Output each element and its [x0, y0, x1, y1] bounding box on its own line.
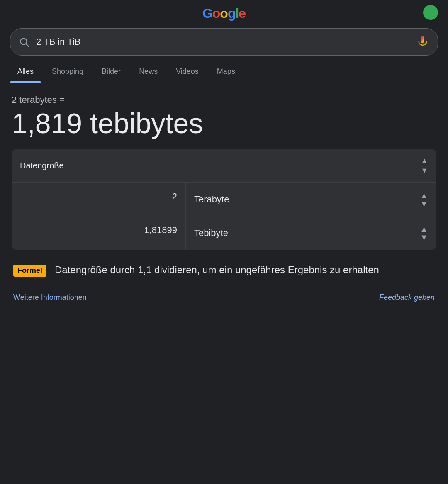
tab-videos[interactable]: Videos [168, 61, 206, 83]
tabs-row: Alles Shopping Bilder News Videos Maps [0, 61, 448, 83]
formula-badge: Formel [13, 265, 46, 277]
conversion-result-value: 1,819 tebibytes [12, 108, 436, 139]
search-icon [19, 36, 29, 47]
result-area: 2 terabytes = 1,819 tebibytes Datengröße… [0, 83, 448, 302]
from-unit-select[interactable]: Terabyte ▲ ▼ [186, 183, 436, 216]
feedback-link[interactable]: Feedback geben [379, 293, 435, 302]
more-info-link[interactable]: Weitere Informationen [13, 293, 87, 302]
tab-shopping[interactable]: Shopping [44, 61, 91, 83]
svg-line-1 [26, 44, 29, 46]
to-unit-label: Tebibyte [194, 228, 420, 238]
footer-links: Weitere Informationen Feedback geben [12, 293, 436, 302]
logo-g: G [202, 6, 212, 21]
to-row: 1,81899 Tebibyte ▲ ▼ [12, 216, 436, 250]
top-bar: Google [0, 0, 448, 25]
tab-bilder[interactable]: Bilder [94, 61, 128, 83]
formula-section: Formel Datengröße durch 1,1 dividieren, … [12, 263, 436, 277]
microphone-icon[interactable] [416, 35, 429, 49]
category-spinner-icon[interactable]: ▲ ▼ [421, 156, 428, 175]
to-value[interactable]: 1,81899 [12, 216, 186, 250]
from-unit-label: Terabyte [194, 194, 420, 205]
search-input[interactable]: 2 TB in TiB [36, 36, 409, 47]
from-value[interactable]: 2 [12, 183, 186, 216]
conversion-input-label: 2 terabytes = [12, 95, 436, 105]
tab-alles[interactable]: Alles [10, 61, 41, 83]
category-label: Datengröße [20, 161, 421, 170]
to-unit-select[interactable]: Tebibyte ▲ ▼ [186, 216, 436, 250]
svg-rect-2 [421, 36, 424, 43]
category-row[interactable]: Datengröße ▲ ▼ [12, 149, 436, 183]
tab-maps[interactable]: Maps [209, 61, 243, 83]
to-unit-spinner-icon[interactable]: ▲ ▼ [420, 225, 428, 241]
from-unit-spinner-icon[interactable]: ▲ ▼ [420, 191, 428, 208]
search-bar[interactable]: 2 TB in TiB [10, 28, 438, 56]
tab-news[interactable]: News [131, 61, 165, 83]
google-logo: Google [207, 5, 241, 22]
converter-widget: Datengröße ▲ ▼ 2 Terabyte ▲ ▼ 1,81899 Te… [12, 149, 436, 250]
account-avatar[interactable] [423, 5, 438, 20]
formula-text: Datengröße durch 1,1 dividieren, um ein … [55, 263, 379, 277]
search-bar-container: 2 TB in TiB [0, 25, 448, 56]
from-row: 2 Terabyte ▲ ▼ [12, 183, 436, 216]
